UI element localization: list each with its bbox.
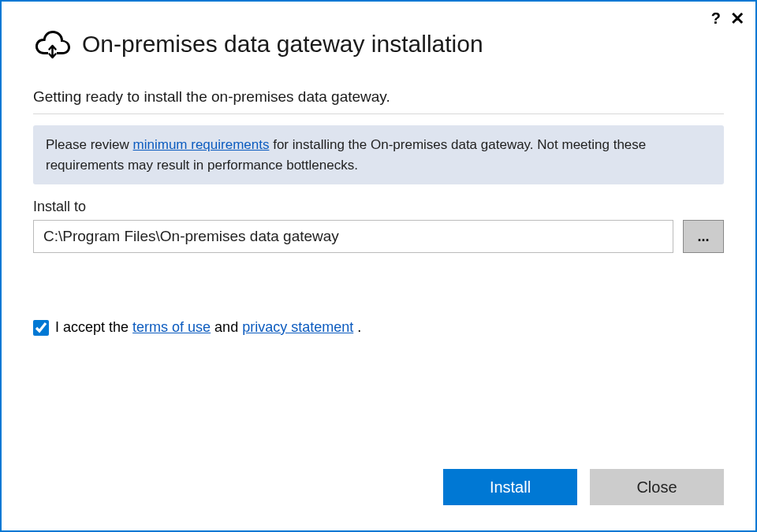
page-title: On-premises data gateway installation: [82, 31, 483, 58]
install-button[interactable]: Install: [443, 469, 577, 505]
requirements-banner: Please review minimum requirements for i…: [33, 125, 724, 184]
banner-text-before: Please review: [46, 137, 133, 152]
install-path-input[interactable]: [33, 220, 673, 253]
close-button[interactable]: Close: [590, 469, 724, 505]
accept-label: I accept the terms of use and privacy st…: [55, 319, 361, 336]
installer-window: ? ✕ On-premises data gateway installatio…: [0, 0, 757, 532]
install-to-label: Install to: [33, 199, 724, 215]
cloud-gateway-icon: [33, 28, 71, 60]
install-row: ...: [33, 220, 724, 253]
help-icon[interactable]: ?: [711, 9, 721, 28]
terms-of-use-link[interactable]: terms of use: [132, 319, 211, 335]
accept-row: I accept the terms of use and privacy st…: [33, 319, 724, 336]
minimum-requirements-link[interactable]: minimum requirements: [133, 137, 270, 152]
browse-button[interactable]: ...: [683, 220, 724, 253]
install-section: Install to ...: [33, 199, 724, 253]
footer: Install Close: [2, 469, 755, 530]
privacy-statement-link[interactable]: privacy statement: [242, 319, 353, 335]
accept-checkbox[interactable]: [33, 320, 49, 336]
accept-text-before: I accept the: [55, 319, 132, 335]
subtitle: Getting ready to install the on-premises…: [33, 88, 724, 114]
accept-period: .: [353, 319, 361, 335]
close-icon[interactable]: ✕: [730, 10, 744, 28]
content-area: Getting ready to install the on-premises…: [2, 66, 755, 469]
accept-and: and: [211, 319, 242, 335]
titlebar-controls: ? ✕: [711, 9, 744, 28]
header: On-premises data gateway installation: [2, 2, 755, 66]
